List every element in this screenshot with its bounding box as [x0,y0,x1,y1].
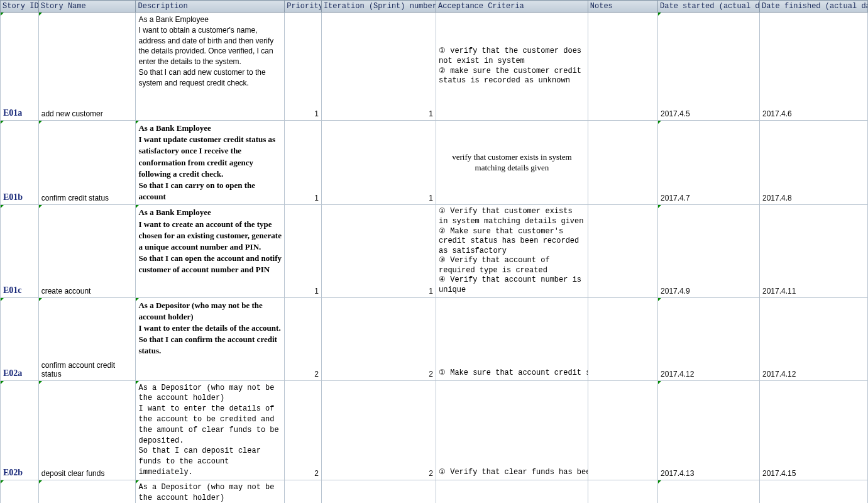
cell-date-finished[interactable]: 2017.4.6 [759,13,867,121]
header-description[interactable]: Description [136,1,285,13]
table-row: E02c deposit un-clear funds As a Deposit… [1,480,868,503]
header-date-finished[interactable]: Date finished (actual date [759,1,867,13]
cell-date-finished[interactable]: 2017.4.18 [759,480,867,503]
cell-description[interactable]: As a Depositor (who may not be the accou… [136,380,285,480]
table-row: E02b deposit clear funds As a Depositor … [1,380,868,480]
header-row: Story ID Story Name Description Priority… [1,1,868,13]
cell-acceptance[interactable]: ① verify that the customer does not exis… [436,13,588,121]
cell-priority[interactable]: 2 [285,480,322,503]
cell-story-name[interactable]: deposit un-clear funds [38,480,136,503]
table-row: E01a add new customer As a Bank Employee… [1,13,868,121]
cell-notes[interactable] [588,380,657,480]
cell-description[interactable]: As a Depositor (who may not be the accou… [136,480,285,503]
cell-notes[interactable] [588,205,657,297]
cell-description[interactable]: As a Bank Employee I want update custome… [136,121,285,205]
cell-description[interactable]: As a Depositor (who may not be the accou… [136,297,285,380]
cell-date-finished[interactable]: 2017.4.12 [759,297,867,380]
cell-description[interactable]: As a Bank Employee I want to create an a… [136,205,285,297]
cell-iteration[interactable]: 1 [321,205,436,297]
cell-priority[interactable]: 1 [285,13,322,121]
cell-description[interactable]: As a Bank Employee I want to obtain a cu… [136,13,285,121]
cell-acceptance[interactable]: verify that customer exists in system ma… [436,121,588,205]
cell-iteration[interactable]: 1 [321,13,436,121]
cell-story-id[interactable]: E02b [1,380,39,480]
user-stories-table[interactable]: Story ID Story Name Description Priority… [0,0,868,503]
cell-date-started[interactable]: 2017.4.9 [658,205,760,297]
table-row: E02a confirm account credit status As a … [1,297,868,380]
cell-acceptance[interactable]: ① Verify that clear funds has been depos… [436,380,588,480]
header-story-id[interactable]: Story ID [1,1,39,13]
cell-story-id[interactable]: E01c [1,205,39,297]
cell-date-finished[interactable]: 2017.4.8 [759,121,867,205]
cell-acceptance[interactable]: ① Make sure that un-clear funds can be d… [436,480,588,503]
cell-iteration[interactable]: 2 [321,297,436,380]
cell-acceptance[interactable]: ① Verify that customer exists in system … [436,205,588,297]
cell-notes[interactable] [588,13,657,121]
header-notes[interactable]: Notes [588,1,657,13]
cell-story-name[interactable]: create account [38,205,136,297]
cell-iteration[interactable]: 2 [321,380,436,480]
cell-story-name[interactable]: confirm account credit status [38,297,136,380]
cell-iteration[interactable]: 2 [321,480,436,503]
cell-story-name[interactable]: deposit clear funds [38,380,136,480]
cell-date-finished[interactable]: 2017.4.11 [759,205,867,297]
cell-notes[interactable] [588,480,657,503]
header-story-name[interactable]: Story Name [38,1,136,13]
cell-notes[interactable] [588,121,657,205]
cell-story-id[interactable]: E01a [1,13,39,121]
cell-iteration[interactable]: 1 [321,121,436,205]
cell-story-id[interactable]: E01b [1,121,39,205]
cell-priority[interactable]: 2 [285,380,322,480]
cell-story-id[interactable]: E02a [1,297,39,380]
cell-date-started[interactable]: 2017.4.13 [658,380,760,480]
cell-notes[interactable] [588,297,657,380]
cell-story-name[interactable]: add new customer [38,13,136,121]
cell-date-started[interactable]: 2017.4.16 [658,480,760,503]
cell-priority[interactable]: 1 [285,205,322,297]
header-date-started[interactable]: Date started (actual dat [658,1,760,13]
cell-acceptance[interactable]: ① Make sure that account credit status i… [436,297,588,380]
table-row: E01c create account As a Bank Employee I… [1,205,868,297]
cell-date-finished[interactable]: 2017.4.15 [759,380,867,480]
cell-date-started[interactable]: 2017.4.5 [658,13,760,121]
table-row: E01b confirm credit status As a Bank Emp… [1,121,868,205]
header-acceptance[interactable]: Acceptance Criteria [436,1,588,13]
cell-story-id[interactable]: E02c [1,480,39,503]
cell-date-started[interactable]: 2017.4.12 [658,297,760,380]
cell-story-name[interactable]: confirm credit status [38,121,136,205]
cell-priority[interactable]: 1 [285,121,322,205]
cell-priority[interactable]: 2 [285,297,322,380]
cell-date-started[interactable]: 2017.4.7 [658,121,760,205]
header-priority[interactable]: Priority [285,1,322,13]
header-iteration[interactable]: Iteration (Sprint) number [321,1,436,13]
